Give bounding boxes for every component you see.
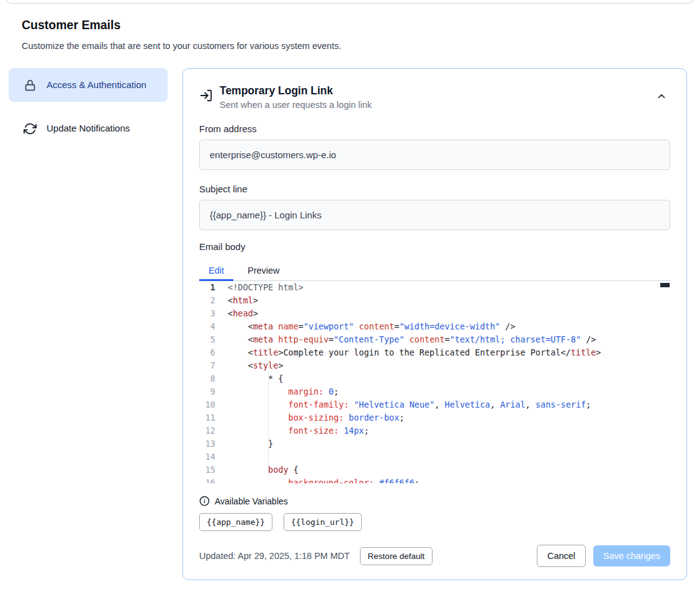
refresh-icon: [24, 122, 37, 135]
line-number: 10: [199, 398, 219, 411]
tab-preview[interactable]: Preview: [238, 260, 289, 280]
collapse-panel-button[interactable]: [653, 88, 670, 105]
line-number: 3: [199, 307, 219, 320]
login-icon: [199, 89, 213, 102]
line-number: 5: [199, 333, 219, 346]
code-line[interactable]: 7 <style>: [199, 359, 670, 372]
code-line[interactable]: 16 background-color: #f6f6f6;: [199, 476, 670, 483]
code-lines: 1<!DOCTYPE html>2<html>3<head>4 <meta na…: [199, 281, 670, 483]
code-line[interactable]: 2<html>: [199, 294, 670, 307]
code-line[interactable]: 8 * {: [199, 372, 670, 385]
sidebar-item-access-authentication[interactable]: Access & Authentication: [9, 68, 168, 102]
available-variables-row: Available Variables: [199, 496, 670, 506]
line-number: 16: [199, 476, 219, 483]
line-number: 13: [199, 437, 219, 450]
line-number: 14: [199, 450, 219, 463]
subject-line-label: Subject line: [199, 184, 670, 194]
page-title: Customer Emails: [22, 18, 120, 32]
save-changes-button[interactable]: Save changes: [593, 545, 670, 566]
from-address-label: From address: [199, 123, 670, 134]
code-line[interactable]: 14: [199, 450, 670, 463]
top-card-edge: [5, 0, 694, 4]
indent-guide: [268, 372, 269, 476]
line-number: 6: [199, 346, 219, 359]
page-subtitle: Customize the emails that are sent to yo…: [22, 41, 341, 51]
chevron-up-icon: [656, 91, 667, 104]
variable-chips: {{app_name}} {{login_url}}: [199, 513, 670, 531]
code-line[interactable]: 10 font-family: "Helvetica Neue", Helvet…: [199, 398, 670, 411]
lock-icon: [24, 78, 37, 92]
variable-chip-app-name[interactable]: {{app_name}}: [199, 513, 272, 531]
line-number: 4: [199, 320, 219, 333]
panel-subtitle: Sent when a user requests a login link: [220, 100, 372, 110]
subject-line-input[interactable]: [199, 200, 670, 230]
code-line[interactable]: 3<head>: [199, 307, 670, 320]
line-number: 2: [199, 294, 219, 307]
panel-footer: Updated: Apr 29, 2025, 1:18 PM MDT Resto…: [199, 545, 670, 567]
code-line[interactable]: 4 <meta name="viewport" content="width=d…: [199, 320, 670, 333]
code-line[interactable]: 12 font-size: 14px;: [199, 424, 670, 437]
code-line[interactable]: 5 <meta http-equiv="Content-Type" conten…: [199, 333, 670, 346]
email-template-panel: Temporary Login Link Sent when a user re…: [182, 68, 687, 580]
tab-edit[interactable]: Edit: [199, 260, 233, 281]
line-number: 9: [199, 385, 219, 398]
restore-default-button[interactable]: Restore default: [360, 547, 433, 565]
editor-scrollbar-thumb[interactable]: [660, 283, 670, 287]
from-address-input[interactable]: [199, 140, 670, 170]
code-line[interactable]: 11 box-sizing: border-box;: [199, 411, 670, 424]
available-variables-label: Available Variables: [215, 496, 288, 506]
code-line[interactable]: 6 <title>Complete your login to the Repl…: [199, 346, 670, 359]
line-number: 1: [199, 281, 219, 294]
cancel-button[interactable]: Cancel: [537, 545, 586, 567]
line-number: 15: [199, 463, 219, 476]
code-line[interactable]: 9 margin: 0;: [199, 385, 670, 398]
line-number: 7: [199, 359, 219, 372]
updated-timestamp: Updated: Apr 29, 2025, 1:18 PM MDT: [199, 551, 350, 561]
email-types-sidebar: Access & Authentication Update Notificat…: [9, 68, 168, 155]
variable-chip-login-url[interactable]: {{login_url}}: [284, 513, 362, 531]
email-body-label: Email body: [199, 241, 670, 252]
code-line[interactable]: 13 }: [199, 437, 670, 450]
sidebar-item-update-notifications[interactable]: Update Notifications: [9, 112, 168, 145]
panel-title: Temporary Login Link: [220, 84, 372, 97]
info-icon[interactable]: [199, 496, 210, 506]
line-number: 8: [199, 372, 219, 385]
line-number: 12: [199, 424, 219, 437]
sidebar-item-label: Update Notifications: [47, 121, 130, 136]
panel-header: Temporary Login Link Sent when a user re…: [199, 84, 670, 110]
code-editor[interactable]: 1<!DOCTYPE html>2<html>3<head>4 <meta na…: [199, 281, 670, 483]
code-line[interactable]: 15 body {: [199, 463, 670, 476]
sidebar-item-label: Access & Authentication: [47, 78, 146, 92]
code-line[interactable]: 1<!DOCTYPE html>: [199, 281, 670, 294]
editor-tabbar: Edit Preview: [199, 260, 670, 281]
line-number: 11: [199, 411, 219, 424]
